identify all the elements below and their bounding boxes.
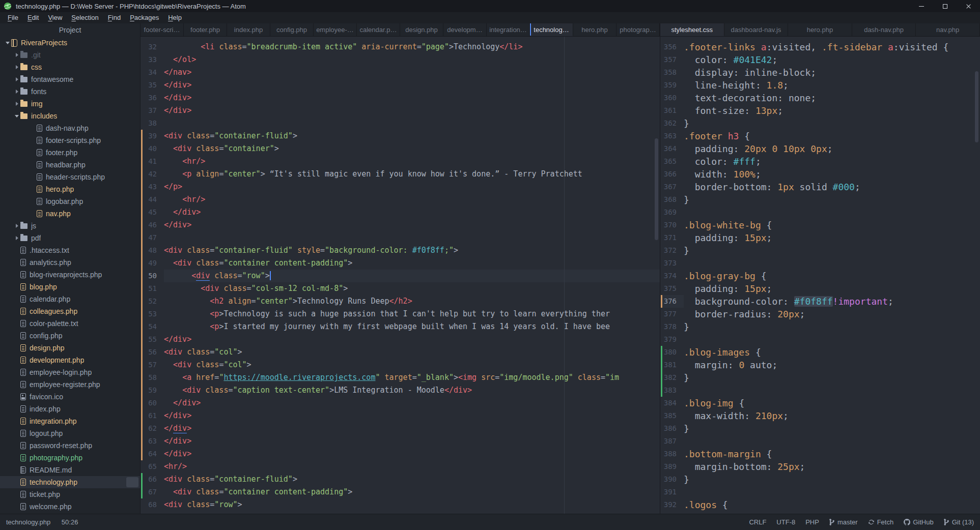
- tree-item-.htaccess.txt[interactable]: .htaccess.txt: [0, 244, 140, 256]
- tree-item-.git[interactable]: .git: [0, 49, 140, 61]
- tab-design.php[interactable]: design.php: [400, 23, 443, 36]
- tab-index.php[interactable]: index.php: [227, 23, 270, 36]
- menu-find[interactable]: Find: [103, 12, 125, 23]
- tree-item-photography.php[interactable]: photography.php: [0, 452, 140, 464]
- menu-edit[interactable]: Edit: [23, 12, 43, 23]
- tree-item-logout.php[interactable]: logout.php: [0, 427, 140, 439]
- tree-item-readme.md[interactable]: README.md: [0, 464, 140, 476]
- tree-item-header-scripts.php[interactable]: header-scripts.php: [0, 171, 140, 183]
- tab-calendar.p-[interactable]: calendar.p…: [357, 23, 400, 36]
- tree-item-config.php[interactable]: config.php: [0, 330, 140, 342]
- tree-item-analytics.php[interactable]: analytics.php: [0, 256, 140, 269]
- menu-file[interactable]: File: [3, 12, 23, 23]
- tree-item-footer.php[interactable]: footer.php: [0, 146, 140, 159]
- main-area: Project RiveraProjects.gitcssfontawesome…: [0, 23, 980, 514]
- code-line: 36</div>: [141, 92, 660, 104]
- tab-integration-[interactable]: integration…: [487, 23, 530, 36]
- book-icon: [20, 466, 26, 474]
- tree-item-index.php[interactable]: index.php: [0, 403, 140, 415]
- editor-left[interactable]: 32 <li class="breadcrumb-item active" ar…: [141, 37, 660, 514]
- tab-dash-nav.php[interactable]: dash-nav.php: [852, 23, 916, 36]
- maximize-button[interactable]: [933, 0, 957, 12]
- tab-technolog-[interactable]: technolog…: [530, 23, 573, 36]
- tab-photograp-[interactable]: photograp…: [617, 23, 660, 36]
- tree-item-img[interactable]: img: [0, 98, 140, 110]
- tree-item-fontawesome[interactable]: fontawesome: [0, 73, 140, 85]
- tree-item-includes[interactable]: includes: [0, 110, 140, 122]
- tree-scrollbar[interactable]: [126, 477, 138, 487]
- line-number: 58: [141, 371, 164, 384]
- minimize-button[interactable]: [910, 0, 933, 12]
- code-text: </div>: [164, 397, 660, 409]
- left-editor-scrollbar[interactable]: [655, 138, 658, 240]
- tree-item-development.php[interactable]: development.php: [0, 354, 140, 366]
- status-utf-8[interactable]: UTF-8: [776, 518, 795, 526]
- tree-item-design.php[interactable]: design.php: [0, 342, 140, 354]
- status-cursor-position[interactable]: 50:26: [62, 518, 78, 526]
- status-master[interactable]: master: [829, 518, 858, 526]
- tree-item-nav.php[interactable]: nav.php: [0, 208, 140, 220]
- tab-footer.php[interactable]: footer.php: [184, 23, 227, 36]
- code-text: <hr/>: [164, 193, 660, 206]
- tree-item-employee-login.php[interactable]: employee-login.php: [0, 366, 140, 378]
- menu-packages[interactable]: Packages: [125, 12, 163, 23]
- status-php[interactable]: PHP: [805, 518, 819, 526]
- tree-item-css[interactable]: css: [0, 61, 140, 73]
- tree-item-technology.php[interactable]: technology.php: [0, 476, 140, 488]
- tree-item-dash-nav.php[interactable]: dash-nav.php: [0, 122, 140, 134]
- menu-help[interactable]: Help: [163, 12, 186, 23]
- tree-item-hero.php[interactable]: hero.php: [0, 183, 140, 195]
- tab-hero.php[interactable]: hero.php: [573, 23, 617, 36]
- file-icon: [20, 357, 26, 364]
- right-editor-scrollbar[interactable]: [975, 71, 978, 142]
- tree-item-label: ticket.php: [30, 490, 60, 498]
- tree-item-pdf[interactable]: pdf: [0, 232, 140, 244]
- tree-item-ticket.php[interactable]: ticket.php: [0, 488, 140, 500]
- tree-item-label: fonts: [31, 87, 46, 96]
- tab-nav.php[interactable]: nav.php: [916, 23, 980, 36]
- tree-item-password-reset.php[interactable]: password-reset.php: [0, 439, 140, 452]
- menu-view[interactable]: View: [43, 12, 67, 23]
- code-text: </div>: [164, 422, 660, 435]
- tree-item-blog-riveraprojects.php[interactable]: blog-riveraprojects.php: [0, 269, 140, 281]
- line-number: 51: [141, 282, 164, 295]
- tab-config.php[interactable]: config.php: [270, 23, 314, 36]
- code-line: 68<div class="row">: [141, 498, 660, 511]
- line-number: 391: [660, 486, 684, 498]
- tab-hero.php[interactable]: hero.php: [788, 23, 852, 36]
- tree-item-footer-scripts.php[interactable]: footer-scripts.php: [0, 134, 140, 146]
- tree-item-logobar.php[interactable]: logobar.php: [0, 195, 140, 208]
- tab-stylesheet.css[interactable]: stylesheet.css: [660, 23, 724, 36]
- tree-item-blog.php[interactable]: blog.php: [0, 281, 140, 293]
- status-label: GitHub: [913, 518, 933, 526]
- tab-developm-[interactable]: developm…: [443, 23, 487, 36]
- code-text: background-color: #f0f8ff!important;: [684, 295, 980, 308]
- tree-item-welcome.php[interactable]: welcome.php: [0, 500, 140, 513]
- close-button[interactable]: [957, 0, 980, 12]
- tree-item-js[interactable]: js: [0, 220, 140, 232]
- status-github[interactable]: GitHub: [904, 518, 933, 526]
- tree-item-favicon.ico[interactable]: favicon.ico: [0, 391, 140, 403]
- tree-item-fonts[interactable]: fonts: [0, 85, 140, 98]
- tree-item-label: dash-nav.php: [46, 124, 89, 132]
- tree-item-integration.php[interactable]: integration.php: [0, 415, 140, 427]
- tab-footer-scri-[interactable]: footer-scri…: [141, 23, 184, 36]
- tree-item-calendar.php[interactable]: calendar.php: [0, 293, 140, 305]
- file-icon: [20, 271, 26, 278]
- status-filename[interactable]: technology.php: [6, 518, 50, 526]
- line-number: 361: [660, 104, 684, 117]
- tree-item-color-palette.txt[interactable]: color-palette.txt: [0, 317, 140, 330]
- menu-selection[interactable]: Selection: [67, 12, 103, 23]
- tab-employee--[interactable]: employee-…: [314, 23, 357, 36]
- code-line: 62</div>: [141, 422, 660, 435]
- tree-item-employee-register.php[interactable]: employee-register.php: [0, 378, 140, 391]
- editor-right[interactable]: 356.footer-links a:visited, .ft-sidebar …: [660, 37, 980, 514]
- tab-dashboard-nav.js[interactable]: dashboard-nav.js: [724, 23, 789, 36]
- tree-item-colleagues.php[interactable]: colleagues.php: [0, 305, 140, 317]
- tree-item-riveraprojects[interactable]: RiveraProjects: [0, 37, 140, 49]
- tree-item-label: RiveraProjects: [21, 39, 67, 47]
- status-fetch[interactable]: Fetch: [868, 518, 894, 526]
- tree-item-headbar.php[interactable]: headbar.php: [0, 159, 140, 171]
- status-git-(13)[interactable]: Git (13): [944, 518, 974, 526]
- status-crlf[interactable]: CRLF: [749, 518, 766, 526]
